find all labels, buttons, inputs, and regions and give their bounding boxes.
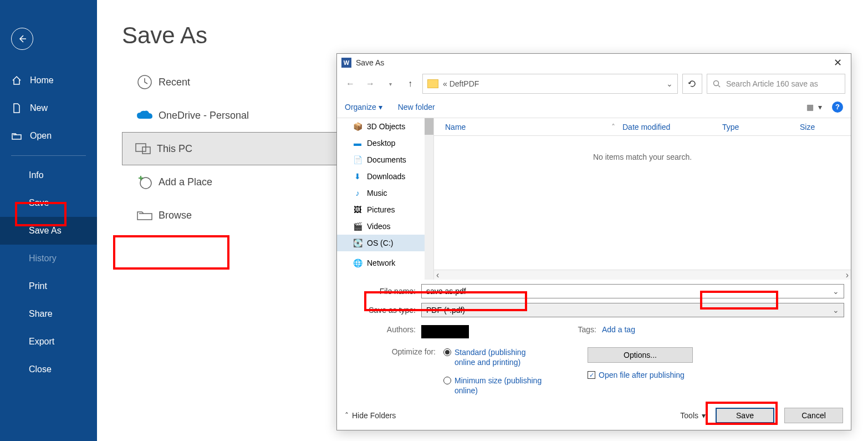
location-label: Add a Place bbox=[159, 176, 212, 188]
location-list: Recent OneDrive - Personal This PC Add a… bbox=[122, 65, 338, 232]
col-type[interactable]: Type bbox=[722, 123, 800, 131]
sidebar-item-home[interactable]: Home bbox=[0, 67, 97, 94]
file-name-label: File name: bbox=[344, 287, 421, 296]
tree-scrollbar[interactable] bbox=[425, 118, 433, 280]
sidebar-label: Home bbox=[30, 75, 54, 85]
column-headers[interactable]: Name ˄ Date modified Type Size bbox=[434, 118, 851, 136]
chevron-down-icon[interactable]: ⌄ bbox=[833, 287, 839, 296]
onedrive-icon bbox=[131, 110, 159, 121]
col-name[interactable]: Name bbox=[445, 123, 611, 131]
new-folder-button[interactable]: New folder bbox=[398, 103, 435, 111]
sidebar-item-history[interactable]: History bbox=[0, 245, 97, 272]
save-type-label: Save as type: bbox=[344, 306, 421, 315]
tags-label: Tags: bbox=[569, 325, 602, 338]
radio-icon bbox=[443, 377, 451, 384]
sidebar-label: Export bbox=[29, 337, 54, 347]
add-tag-link[interactable]: Add a tag bbox=[602, 325, 635, 338]
svg-point-6 bbox=[714, 81, 719, 86]
location-browse[interactable]: Browse bbox=[122, 199, 338, 232]
tree-network[interactable]: 🌐Network bbox=[337, 255, 433, 271]
save-type-select[interactable]: PDF (*.pdf) ⌄ bbox=[421, 303, 844, 317]
cancel-button[interactable]: Cancel bbox=[784, 408, 843, 423]
help-icon[interactable]: ? bbox=[832, 102, 843, 113]
tools-label: Tools bbox=[680, 411, 698, 420]
page-title: Save As bbox=[122, 22, 843, 49]
nav-up-icon[interactable]: ↑ bbox=[402, 76, 418, 92]
folder-tree[interactable]: 📦3D Objects ▬Desktop 📄Documents ⬇Downloa… bbox=[337, 118, 434, 280]
chevron-down-icon: ▾ bbox=[702, 411, 706, 420]
refresh-button[interactable] bbox=[682, 74, 702, 94]
organize-menu[interactable]: Organize ▾ bbox=[345, 103, 382, 111]
back-button[interactable] bbox=[11, 28, 33, 50]
sidebar-item-export[interactable]: Export bbox=[0, 328, 97, 356]
col-size[interactable]: Size bbox=[800, 123, 851, 131]
location-onedrive[interactable]: OneDrive - Personal bbox=[122, 99, 338, 132]
sidebar-item-new[interactable]: New bbox=[0, 94, 97, 122]
sort-icon: ˄ bbox=[611, 123, 622, 131]
tree-music[interactable]: ♪Music bbox=[337, 185, 433, 201]
sidebar-label: Print bbox=[29, 281, 47, 291]
dialog-toolbar: Organize ▾ New folder ▦ ▾ ? bbox=[337, 96, 851, 118]
nav-recent-icon[interactable]: ▾ bbox=[382, 76, 398, 92]
location-label: This PC bbox=[157, 143, 192, 155]
col-date[interactable]: Date modified bbox=[622, 123, 722, 131]
tools-menu[interactable]: Tools ▾ bbox=[680, 411, 706, 420]
hide-folders-button[interactable]: ˄ Hide Folders bbox=[345, 411, 396, 420]
authors-label: Authors: bbox=[344, 325, 421, 338]
location-label: OneDrive - Personal bbox=[159, 110, 249, 121]
dialog-footer: ˄ Hide Folders Tools ▾ Save Cancel bbox=[337, 401, 851, 430]
open-icon bbox=[11, 130, 22, 141]
tree-label: Downloads bbox=[367, 172, 405, 181]
options-button[interactable]: Options... bbox=[588, 347, 693, 363]
file-name-input[interactable]: save as.pdf ⌄ bbox=[421, 284, 844, 298]
h-scrollbar[interactable]: ‹› bbox=[434, 270, 851, 280]
tree-os-c[interactable]: 💽OS (C:) bbox=[337, 235, 433, 251]
optimize-minimum-radio[interactable]: Minimum size (publishing online) bbox=[443, 376, 543, 396]
divider bbox=[11, 155, 86, 156]
sidebar-item-open[interactable]: Open bbox=[0, 122, 97, 150]
tree-label: Documents bbox=[367, 155, 406, 164]
desktop-icon: ▬ bbox=[353, 139, 362, 148]
sidebar-label: Open bbox=[30, 131, 52, 141]
sidebar-item-share[interactable]: Share bbox=[0, 300, 97, 328]
search-input[interactable]: Search Article 160 save as bbox=[707, 74, 845, 94]
sidebar-item-print[interactable]: Print bbox=[0, 272, 97, 300]
empty-message: No items match your search. bbox=[434, 153, 851, 161]
save-type-value: PDF (*.pdf) bbox=[426, 306, 465, 315]
tree-3d-objects[interactable]: 📦3D Objects bbox=[337, 118, 433, 135]
folder-icon bbox=[427, 79, 438, 88]
chevron-down-icon[interactable]: ⌄ bbox=[666, 79, 673, 88]
location-add-place[interactable]: Add a Place bbox=[122, 165, 338, 199]
drive-icon: 💽 bbox=[353, 239, 362, 247]
tree-label: 3D Objects bbox=[367, 122, 405, 131]
nav-back-icon[interactable]: ← bbox=[343, 76, 358, 92]
tree-downloads[interactable]: ⬇Downloads bbox=[337, 168, 433, 185]
tree-videos[interactable]: 🎬Videos bbox=[337, 218, 433, 235]
close-button[interactable]: ✕ bbox=[829, 57, 846, 69]
breadcrumb[interactable]: « DeftPDF ⌄ bbox=[422, 74, 678, 94]
view-menu[interactable]: ▦ ▾ bbox=[806, 103, 822, 111]
tree-documents[interactable]: 📄Documents bbox=[337, 151, 433, 168]
tree-pictures[interactable]: 🖼Pictures bbox=[337, 201, 433, 218]
optimize-label: Optimize for: bbox=[344, 347, 443, 396]
sidebar-item-save[interactable]: Save bbox=[0, 189, 97, 217]
open-after-checkbox[interactable]: ✓ Open file after publishing bbox=[588, 371, 693, 379]
sidebar-label: Save As bbox=[29, 226, 62, 236]
sidebar-label: Info bbox=[29, 170, 44, 180]
tree-desktop[interactable]: ▬Desktop bbox=[337, 135, 433, 151]
nav-forward-icon[interactable]: → bbox=[362, 76, 378, 92]
save-button[interactable]: Save bbox=[716, 408, 774, 423]
videos-icon: 🎬 bbox=[353, 222, 362, 231]
location-this-pc[interactable]: This PC bbox=[122, 132, 338, 165]
sidebar-label: Save bbox=[29, 198, 49, 208]
save-as-dialog: W Save As ✕ ← → ▾ ↑ « DeftPDF ⌄ Search A… bbox=[336, 53, 851, 430]
sidebar-item-save-as[interactable]: Save As bbox=[0, 217, 97, 245]
optimize-standard-radio[interactable]: Standard (publishing online and printing… bbox=[443, 347, 543, 367]
backstage-sidebar: Home New Open Info Save Save As History … bbox=[0, 0, 97, 441]
sidebar-item-info[interactable]: Info bbox=[0, 161, 97, 189]
sidebar-item-close[interactable]: Close bbox=[0, 356, 97, 383]
chevron-down-icon[interactable]: ⌄ bbox=[833, 306, 839, 315]
word-icon: W bbox=[341, 58, 351, 68]
location-recent[interactable]: Recent bbox=[122, 65, 338, 99]
chevron-up-icon: ˄ bbox=[345, 411, 349, 420]
